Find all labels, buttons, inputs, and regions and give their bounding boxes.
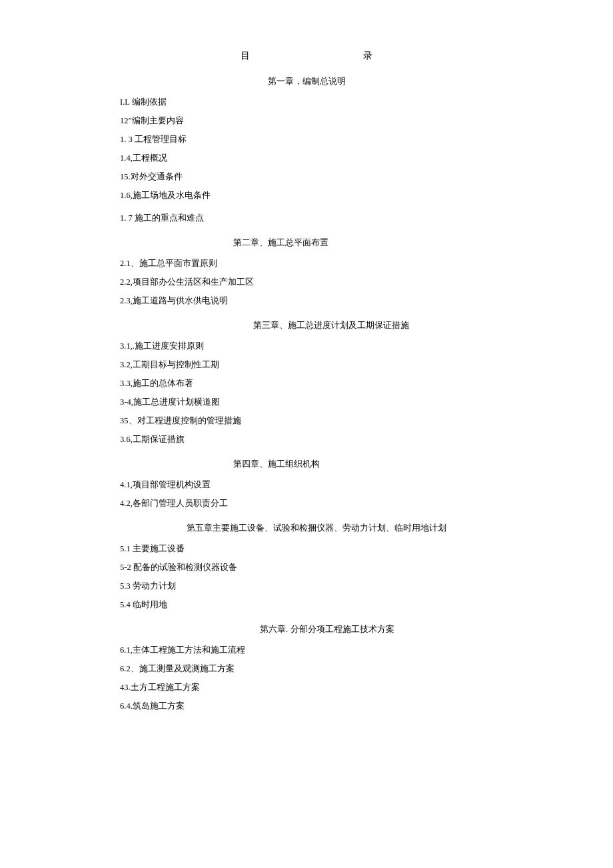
chapter-section: 5.1 主要施工设番5-2 配备的试验和检测仪器设备5.3 劳动力计划5.4 临… bbox=[120, 542, 493, 611]
chapter-heading: 第二章、施工总平面布置 bbox=[120, 237, 493, 249]
toc-item: 6.4.筑岛施工方案 bbox=[120, 699, 493, 713]
toc-item: 1. 3 工程管理目标 bbox=[120, 133, 493, 146]
chapter-heading: 第四章、施工组织机构 bbox=[120, 458, 493, 470]
toc-item: 43.土方工程施工方案 bbox=[120, 681, 493, 694]
chapter-section: 6.1,主体工程施工方法和施工流程6.2、施工测量及观测施工方案43.土方工程施… bbox=[120, 643, 493, 713]
toc-item: 3.2,工期目标与控制性工期 bbox=[120, 358, 493, 371]
toc-item: 35、对工程进度控制的管理措施 bbox=[120, 414, 493, 427]
toc-item: 3-4,施工总进度计划横道图 bbox=[120, 395, 493, 409]
toc-item: 15.对外交通条件 bbox=[120, 170, 493, 183]
toc-item: 12"编制主要内容 bbox=[120, 114, 493, 127]
toc-item: 4.1,项目部管理机构设置 bbox=[120, 478, 493, 491]
page-title: 目 录 bbox=[120, 50, 493, 62]
toc-item: 1.6,施工场地及水电条件 bbox=[120, 189, 493, 202]
toc-item: 1. 7 施工的重点和难点 bbox=[120, 211, 493, 225]
toc-item: 5-2 配备的试验和检测仪器设备 bbox=[120, 561, 493, 574]
toc-item: 5.3 劳动力计划 bbox=[120, 579, 493, 593]
chapter-section: 4.1,项目部管理机构设置4.2,各部门管理人员职责分工 bbox=[120, 478, 493, 510]
toc-item: 5.4 临时用地 bbox=[120, 598, 493, 611]
title-char-right: 录 bbox=[363, 50, 372, 62]
toc-item: 5.1 主要施工设番 bbox=[120, 542, 493, 555]
toc-item: 1.4,工程概况 bbox=[120, 151, 493, 165]
toc-item: 4.2,各部门管理人员职责分工 bbox=[120, 497, 493, 510]
toc-item: 2.1、施工总平面市置原则 bbox=[120, 257, 493, 270]
chapter-section: I.L 编制依据12"编制主要内容1. 3 工程管理目标1.4,工程概况15.对… bbox=[120, 95, 493, 225]
chapter-heading: 第六章. 分部分项工程施工技术方案 bbox=[120, 623, 493, 635]
toc-item: 3.3,施工的总体布著 bbox=[120, 377, 493, 390]
chapter-section: 3.1,.施工进度安排原则3.2,工期目标与控制性工期3.3,施工的总体布著3-… bbox=[120, 339, 493, 446]
toc-item: I.L 编制依据 bbox=[120, 95, 493, 109]
toc-item: 6.1,主体工程施工方法和施工流程 bbox=[120, 643, 493, 657]
chapter-heading: 第三章、施工总进度计划及工期保证措施 bbox=[120, 319, 493, 331]
toc-item: 3.6,工期保证措旗 bbox=[120, 433, 493, 446]
document-page: 目 录 第一章，编制总说明I.L 编制依据12"编制主要内容1. 3 工程管理目… bbox=[0, 0, 613, 868]
chapter-section: 2.1、施工总平面市置原则2.2,项目部办公生活区和生产加工区2.3,施工道路与… bbox=[120, 257, 493, 307]
chapter-heading: 第五章主要施工设备、试验和检捆仪器、劳动力计划、临时用地计划 bbox=[120, 522, 493, 534]
toc-item: 3.1,.施工进度安排原则 bbox=[120, 339, 493, 353]
chapter-heading: 第一章，编制总说明 bbox=[120, 75, 493, 87]
toc-item: 2.2,项目部办公生活区和生产加工区 bbox=[120, 275, 493, 289]
table-of-contents: 第一章，编制总说明I.L 编制依据12"编制主要内容1. 3 工程管理目标1.4… bbox=[120, 75, 493, 713]
title-char-left: 目 bbox=[241, 50, 250, 62]
toc-item: 2.3,施工道路与供水供电说明 bbox=[120, 294, 493, 307]
toc-item: 6.2、施工测量及观测施工方案 bbox=[120, 662, 493, 675]
